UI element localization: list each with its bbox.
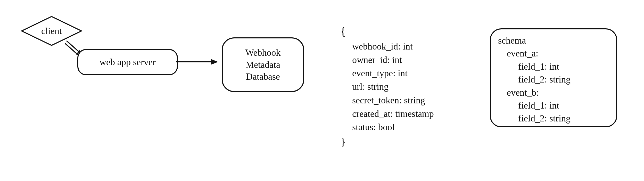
schema-field: field_2: string bbox=[498, 73, 609, 86]
brace-close: } bbox=[340, 134, 464, 150]
record-field: event_type: int bbox=[340, 67, 464, 80]
record-field: url: string bbox=[340, 80, 464, 93]
server-label: web app server bbox=[100, 56, 156, 68]
schema-field: field_1: int bbox=[498, 99, 609, 112]
diagram-canvas: client web app server Webhook Metadata D… bbox=[0, 0, 644, 181]
database-node: Webhook Metadata Database bbox=[222, 37, 304, 92]
record-field: created_at: timestamp bbox=[340, 107, 464, 120]
record-block: { webhook_id: int owner_id: int event_ty… bbox=[340, 23, 464, 150]
schema-event: event_a: bbox=[498, 47, 609, 60]
schema-field: field_1: int bbox=[498, 60, 609, 73]
schema-title: schema bbox=[498, 34, 609, 47]
database-label: Webhook Metadata Database bbox=[245, 47, 280, 83]
record-field: webhook_id: int bbox=[340, 40, 464, 53]
server-node: web app server bbox=[77, 49, 178, 75]
schema-event: event_b: bbox=[498, 86, 609, 99]
schema-block: schema event_a: field_1: int field_2: st… bbox=[490, 28, 617, 127]
brace-open: { bbox=[340, 23, 464, 40]
arrow-server-to-db bbox=[175, 57, 219, 65]
record-field: status: bool bbox=[340, 120, 464, 134]
record-field: secret_token: string bbox=[340, 94, 464, 107]
svg-marker-5 bbox=[211, 59, 218, 65]
schema-field: field_2: string bbox=[498, 112, 609, 125]
record-field: owner_id: int bbox=[340, 53, 464, 67]
